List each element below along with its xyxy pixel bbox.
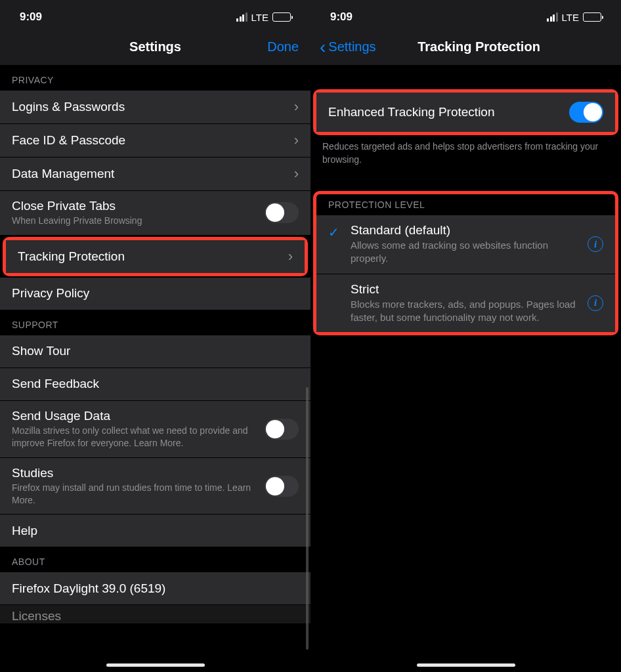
- row-title: Studies: [12, 466, 265, 480]
- chevron-left-icon: ‹: [320, 37, 326, 58]
- signal-icon: [236, 12, 247, 22]
- home-indicator[interactable]: [417, 663, 515, 667]
- settings-screen: 9:09 LTE Settings Done PRIVACY Logins & …: [0, 0, 310, 672]
- battery-icon: [272, 12, 291, 22]
- chevron-right-icon: ›: [294, 165, 299, 182]
- logins-passwords-row[interactable]: Logins & Passwords ›: [0, 91, 310, 124]
- status-right: LTE: [547, 12, 601, 23]
- scrollbar[interactable]: [306, 387, 309, 650]
- row-title: Licenses: [12, 609, 299, 623]
- row-title: Show Tour: [12, 344, 299, 358]
- nav-title: Tracking Protection: [418, 39, 540, 54]
- about-header: ABOUT: [0, 547, 310, 572]
- strict-option[interactable]: Strict Blocks more trackers, ads, and po…: [316, 274, 615, 333]
- support-header: SUPPORT: [0, 310, 310, 335]
- tracking-protection-highlight: Tracking Protection ›: [3, 237, 308, 276]
- row-subtitle: Mozilla strives to only collect what we …: [12, 425, 265, 450]
- info-icon[interactable]: i: [588, 295, 603, 311]
- row-title: Logins & Passwords: [12, 100, 294, 114]
- etp-footer: Reduces targeted ads and helps stop adve…: [310, 135, 621, 175]
- row-title: Close Private Tabs: [12, 199, 265, 213]
- row-title: Send Feedback: [12, 377, 299, 391]
- status-time: 9:09: [20, 10, 42, 24]
- send-usage-data-row[interactable]: Send Usage Data Mozilla strives to only …: [0, 401, 310, 458]
- signal-icon: [547, 12, 558, 22]
- status-time: 9:09: [330, 10, 353, 24]
- licenses-row[interactable]: Licenses: [0, 605, 310, 624]
- close-private-tabs-row[interactable]: Close Private Tabs When Leaving Private …: [0, 191, 310, 236]
- privacy-policy-row[interactable]: Privacy Policy: [0, 278, 310, 310]
- row-title: Data Management: [12, 167, 294, 181]
- row-title: Help: [12, 524, 299, 538]
- etp-row[interactable]: Enhanced Tracking Protection: [316, 93, 615, 132]
- chevron-right-icon: ›: [294, 98, 299, 116]
- studies-row[interactable]: Studies Firefox may install and run stud…: [0, 458, 310, 515]
- data-management-row[interactable]: Data Management ›: [0, 158, 310, 191]
- send-usage-toggle[interactable]: [265, 419, 299, 440]
- battery-icon: [583, 12, 601, 22]
- show-tour-row[interactable]: Show Tour: [0, 335, 310, 368]
- etp-highlight: Enhanced Tracking Protection: [313, 89, 618, 135]
- tracking-protection-row[interactable]: Tracking Protection ›: [6, 240, 305, 273]
- privacy-header: PRIVACY: [0, 66, 310, 91]
- etp-toggle[interactable]: [569, 102, 603, 123]
- option-subtitle: Allows some ad tracking so websites func…: [351, 239, 580, 266]
- close-private-tabs-toggle[interactable]: [265, 202, 299, 223]
- etp-title: Enhanced Tracking Protection: [328, 105, 569, 119]
- row-title: Face ID & Passcode: [12, 133, 294, 148]
- option-title: Standard (default): [351, 223, 580, 238]
- tracking-content: Enhanced Tracking Protection Reduces tar…: [310, 66, 621, 672]
- protection-level-highlight: PROTECTION LEVEL ✓ Standard (default) Al…: [313, 191, 618, 335]
- back-button[interactable]: ‹ Settings: [320, 37, 376, 58]
- studies-toggle[interactable]: [265, 476, 299, 497]
- nav-bar: ‹ Settings Tracking Protection: [310, 29, 621, 66]
- home-indicator[interactable]: [106, 663, 205, 667]
- version-row[interactable]: Firefox Daylight 39.0 (6519): [0, 572, 310, 605]
- row-subtitle: When Leaving Private Browsing: [12, 215, 265, 227]
- status-right: LTE: [236, 12, 291, 23]
- chevron-right-icon: ›: [288, 248, 293, 265]
- standard-option[interactable]: ✓ Standard (default) Allows some ad trac…: [316, 215, 615, 274]
- status-bar: 9:09 LTE: [0, 0, 310, 29]
- nav-bar: Settings Done: [0, 29, 310, 66]
- check-placeholder: [328, 282, 343, 284]
- back-label: Settings: [328, 39, 375, 54]
- network-label: LTE: [251, 12, 268, 23]
- option-title: Strict: [351, 282, 580, 297]
- done-button[interactable]: Done: [267, 39, 299, 54]
- check-icon: ✓: [328, 223, 343, 240]
- row-title: Firefox Daylight 39.0 (6519): [12, 581, 299, 596]
- row-title: Send Usage Data: [12, 409, 265, 423]
- status-bar: 9:09 LTE: [310, 0, 621, 29]
- tracking-protection-screen: 9:09 LTE ‹ Settings Tracking Protection …: [310, 0, 621, 672]
- row-title: Privacy Policy: [12, 286, 299, 301]
- protection-level-header: PROTECTION LEVEL: [316, 194, 615, 215]
- help-row[interactable]: Help: [0, 514, 310, 547]
- send-feedback-row[interactable]: Send Feedback: [0, 368, 310, 401]
- faceid-passcode-row[interactable]: Face ID & Passcode ›: [0, 124, 310, 158]
- network-label: LTE: [562, 12, 579, 23]
- option-subtitle: Blocks more trackers, ads, and popups. P…: [351, 298, 580, 325]
- row-subtitle: Firefox may install and run studies from…: [12, 482, 265, 507]
- info-icon[interactable]: i: [588, 236, 603, 252]
- nav-title: Settings: [129, 39, 181, 54]
- row-title: Tracking Protection: [18, 249, 288, 264]
- settings-content[interactable]: PRIVACY Logins & Passwords › Face ID & P…: [0, 66, 310, 672]
- chevron-right-icon: ›: [294, 132, 299, 149]
